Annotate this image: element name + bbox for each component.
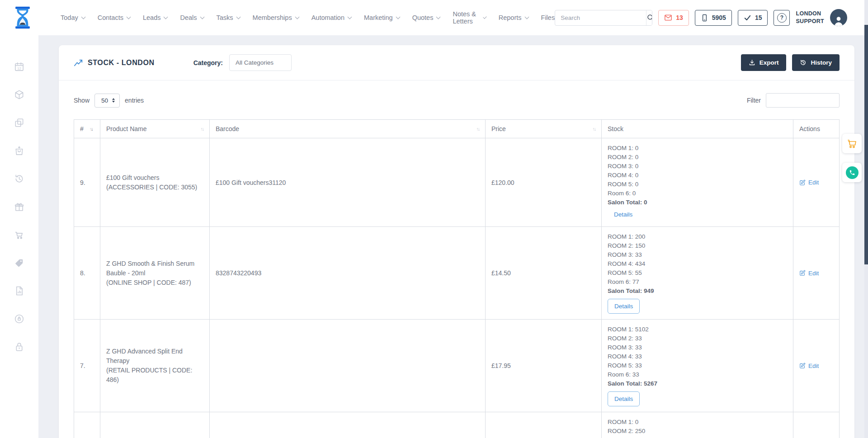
sort-icon: ↑↓	[201, 126, 204, 132]
chevron-down-icon	[396, 14, 400, 19]
row-number: 9.	[74, 138, 100, 227]
floating-phone-button[interactable]	[842, 163, 862, 182]
menu-item[interactable]: Files	[541, 14, 555, 21]
menu-item-label: Marketing	[364, 14, 393, 21]
menu-item-label: Quotes	[412, 14, 434, 21]
room-stock-line: ROOM 1: 5102	[608, 325, 787, 334]
chevron-down-icon	[164, 14, 168, 19]
category-label: Category:	[193, 59, 223, 66]
padlock-icon	[14, 342, 24, 352]
report-icon	[14, 286, 24, 296]
menu-item[interactable]: Memberships	[253, 14, 299, 21]
sidebar-item-calendar[interactable]: 12	[0, 52, 38, 80]
price-cell: £120.00	[486, 138, 602, 227]
messages-badge[interactable]: 13	[658, 10, 689, 26]
room-stock-line: ROOM 2: 0	[608, 153, 787, 162]
product-code: (ACCESSORIES | CODE: 3055)	[106, 183, 203, 192]
menu-item[interactable]: Marketing	[364, 14, 400, 21]
calls-badge[interactable]: 5905	[695, 10, 732, 26]
details-button[interactable]: Details	[614, 211, 632, 218]
sidebar-item-cart[interactable]	[0, 221, 38, 249]
actions-cell: Edit	[793, 320, 840, 412]
room-stock-list: ROOM 1: 0 ROOM 2: 0 ROOM 3: 0 ROOM 4: 0	[608, 144, 787, 198]
room-stock-line: ROOM 3: 33	[608, 250, 787, 259]
sidebar-item-security[interactable]	[0, 333, 38, 361]
sidebar-item-pricing[interactable]	[0, 249, 38, 277]
menu-item[interactable]: Quotes	[412, 14, 440, 21]
table-row: ROOM 1: 0 ROOM 2: 250 ROOM 3: 248 ROOM 4…	[74, 412, 840, 438]
search-button[interactable]	[646, 10, 652, 25]
sidebar-item-permissions[interactable]	[0, 305, 38, 333]
chevron-down-icon	[126, 14, 131, 19]
salon-total: Salon Total: 949	[608, 287, 787, 296]
gift-icon	[14, 202, 24, 212]
column-header-number[interactable]: # ↑↓	[74, 120, 100, 138]
menu-item[interactable]: Today	[61, 14, 85, 21]
tasks-done-count: 15	[755, 14, 762, 21]
tasks-done-badge[interactable]: 15	[738, 10, 768, 26]
row-number	[74, 412, 100, 438]
sidebar-item-orders[interactable]	[0, 137, 38, 165]
room-stock-line: ROOM 1: 0	[608, 144, 787, 153]
user-avatar[interactable]	[830, 9, 847, 26]
logged-in-user-name: LONDON SUPPORT	[796, 10, 824, 25]
chevron-down-icon	[348, 14, 352, 19]
menu-item[interactable]: Deals	[180, 14, 203, 21]
menu-item[interactable]: Leads	[143, 14, 168, 21]
svg-text:12: 12	[17, 66, 21, 70]
menu-item[interactable]: Reports	[499, 14, 528, 21]
menu-item[interactable]: Contacts	[98, 14, 130, 21]
menu-item[interactable]: Tasks	[217, 14, 240, 21]
room-stock-line: Room 6: 0	[608, 189, 787, 198]
stock-cell: ROOM 1: 5102 ROOM 2: 33 ROOM 3: 33 ROOM …	[602, 320, 793, 412]
filter-input[interactable]	[766, 93, 840, 108]
menu-item-label: Contacts	[98, 14, 123, 21]
category-select[interactable]: All Categories	[229, 54, 292, 71]
sidebar-item-history[interactable]	[0, 165, 38, 193]
sidebar-item-reports[interactable]	[0, 277, 38, 305]
page-scrollbar-thumb[interactable]	[864, 25, 868, 264]
export-button[interactable]: Export	[741, 54, 787, 71]
history-button[interactable]: History	[792, 54, 840, 71]
page-length-select[interactable]: 50	[94, 94, 120, 108]
search-input[interactable]	[555, 14, 646, 21]
edit-link[interactable]: Edit	[799, 179, 833, 186]
app-logo-hourglass-icon[interactable]	[14, 5, 32, 31]
menu-item-label: Memberships	[253, 14, 292, 21]
sidebar-item-products[interactable]	[0, 80, 38, 108]
stock-cell: ROOM 1: 200 ROOM 2: 150 ROOM 3: 33 ROOM …	[602, 227, 793, 320]
help-button[interactable]: ?	[774, 10, 790, 26]
sort-icon: ↑↓	[90, 126, 93, 132]
column-header-product-name[interactable]: Product Name ↑↓	[100, 120, 210, 138]
top-navbar: Today Contacts Leads Deals Tasks	[0, 0, 868, 35]
edit-link[interactable]: Edit	[799, 270, 833, 277]
column-header-barcode[interactable]: Barcode ↑↓	[210, 120, 486, 138]
room-stock-line: ROOM 3: 33	[608, 343, 787, 352]
stock-card: STOCK - LONDON Category: All Categories …	[59, 45, 854, 438]
column-header-price[interactable]: Price ↑↓	[486, 120, 602, 138]
edit-pencil-icon	[799, 270, 806, 276]
floating-cart-button[interactable]	[842, 134, 862, 153]
filter-label: Filter	[747, 97, 761, 104]
menu-item[interactable]: Automation	[311, 14, 351, 21]
sidebar-item-gift-vouchers[interactable]	[0, 193, 38, 221]
details-button[interactable]: Details	[608, 299, 640, 314]
edit-link[interactable]: Edit	[799, 363, 833, 369]
menu-item-label: Notes & Letters	[453, 10, 480, 25]
chevron-down-icon	[200, 14, 204, 19]
product-name-cell: £100 Gift vouchers (ACCESSORIES | CODE: …	[100, 138, 210, 227]
salon-total: Salon Total: 0	[608, 198, 787, 207]
room-stock-line: ROOM 2: 150	[608, 241, 787, 250]
person-icon	[833, 15, 844, 26]
shopping-bag-icon	[14, 146, 24, 156]
chevron-down-icon	[295, 14, 299, 19]
product-name-cell: Z GHD Advanced Split End Therapy (RETAIL…	[100, 320, 210, 412]
sidebar-item-duplicates[interactable]	[0, 108, 38, 137]
search-icon	[646, 14, 652, 22]
menu-item[interactable]: Notes & Letters	[453, 10, 486, 25]
chevron-down-icon	[483, 15, 486, 19]
details-button[interactable]: Details	[608, 391, 640, 406]
messages-count: 13	[676, 14, 683, 21]
room-stock-line: ROOM 4: 434	[608, 259, 787, 268]
room-stock-line: Room 6: 33	[608, 370, 787, 379]
